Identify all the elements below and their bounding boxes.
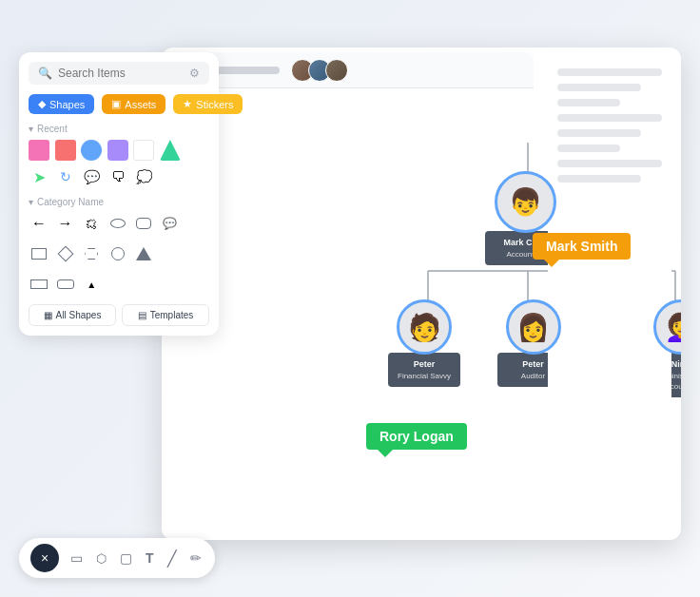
speech-rect-shape[interactable]: 🗨: [107, 166, 128, 187]
avatar-peter-left: 🧑: [397, 299, 452, 355]
category-section-label: ▾ Category Name: [29, 197, 209, 207]
avatar-peter-center: 👩: [506, 299, 561, 355]
rectangle-tool[interactable]: ▭: [68, 549, 85, 568]
chat-bubble[interactable]: 💬: [160, 213, 181, 234]
search-input[interactable]: [58, 67, 184, 80]
close-button[interactable]: ×: [30, 544, 59, 572]
avatar-mark-chen: 👦: [495, 171, 556, 233]
node-peter-left[interactable]: 🧑 Peter Financial Savvy: [388, 299, 460, 387]
color-squares-row: [29, 140, 209, 161]
prop-line-8: [557, 175, 641, 183]
face-peter-left: 🧑: [399, 302, 449, 352]
color-empty: [185, 140, 206, 161]
arrow-right-shape[interactable]: ➤: [29, 166, 49, 187]
all-shapes-icon: ▦: [44, 310, 52, 320]
prop-line-1: [557, 68, 662, 76]
circle-tool[interactable]: ⬡: [94, 549, 108, 568]
avatar-3: [325, 59, 348, 82]
rounded-rect-tool[interactable]: ▢: [118, 549, 134, 568]
tab-shapes[interactable]: ◆ Shapes: [29, 94, 94, 114]
card-peter-left: Peter Financial Savvy: [388, 353, 460, 387]
chat-shape[interactable]: 💭: [133, 166, 154, 187]
pen-tool[interactable]: ✏: [188, 549, 204, 568]
tab-stickers[interactable]: ★ Stickers: [173, 94, 243, 114]
prop-line-4: [557, 114, 662, 122]
circle-shape[interactable]: [107, 243, 128, 264]
tab-assets[interactable]: ▣ Assets: [102, 94, 165, 114]
color-red[interactable]: [55, 140, 76, 161]
all-shapes-button[interactable]: ▦ All Shapes: [29, 304, 116, 326]
rect-rounded[interactable]: [133, 213, 154, 234]
assets-tab-icon: ▣: [111, 98, 121, 110]
shape-green-triangle[interactable]: [160, 140, 181, 161]
speech-shape1[interactable]: 🗯: [81, 213, 102, 234]
color-pink[interactable]: [29, 140, 49, 161]
shapes-tab-icon: ◆: [38, 98, 46, 110]
face-nina: 👩‍🦱: [656, 302, 682, 352]
rect2-shape[interactable]: [29, 274, 49, 295]
oval-shape[interactable]: [107, 213, 128, 234]
prop-line-6: [557, 144, 620, 152]
tooltip-rory-logan: Rory Logan: [366, 423, 467, 450]
left-panel: 🔍 ⚙ ◆ Shapes ▣ Assets ★ Stickers ▾ Recen…: [19, 52, 219, 336]
arrow-shapes-row: ➤ ↻ 💬 🗨 💭: [29, 166, 209, 187]
avatar-group: [291, 59, 348, 82]
up-icon[interactable]: ▲: [81, 274, 102, 295]
right-properties-panel: [548, 57, 671, 530]
diamond-shape[interactable]: [55, 243, 76, 264]
rect-shape[interactable]: [29, 243, 49, 264]
arrow-right-shape2[interactable]: →: [55, 213, 76, 234]
assets-tab-label: Assets: [125, 99, 156, 110]
templates-button[interactable]: ▤ Templates: [122, 304, 209, 326]
arrow-circle-shape[interactable]: ↻: [55, 166, 76, 187]
search-bar: 🔍 ⚙: [29, 62, 209, 85]
main-container: 🔍 ⚙ ◆ Shapes ▣ Assets ★ Stickers ▾ Recen…: [0, 0, 700, 597]
shape-grid-row3: ▲: [29, 274, 209, 295]
bottom-toolbar: × ▭ ⬡ ▢ T ╱ ✏: [19, 538, 215, 578]
face-mark-chen: 👦: [497, 174, 554, 230]
arrow-left-shape[interactable]: ←: [29, 213, 49, 234]
prop-line-5: [557, 129, 641, 137]
shapes-tab-label: Shapes: [49, 99, 85, 110]
face-peter-center: 👩: [509, 302, 558, 352]
prop-line-2: [557, 84, 641, 91]
hexagon-shape[interactable]: [81, 243, 102, 264]
shape-grid-row1: ← → 🗯 💬: [29, 213, 209, 234]
shape-grid-row2: [29, 243, 209, 264]
settings-icon[interactable]: ⚙: [189, 67, 200, 80]
tab-bar: ◆ Shapes ▣ Assets ★ Stickers: [29, 94, 209, 114]
color-purple-rounded[interactable]: [107, 140, 128, 161]
recent-section-label: ▾ Recent: [29, 124, 209, 134]
triangle-shape[interactable]: [133, 243, 154, 264]
prop-line-7: [557, 160, 662, 167]
prop-line-3: [557, 99, 620, 106]
canvas-top-bar: [171, 52, 534, 88]
search-icon: 🔍: [38, 67, 52, 80]
text-tool[interactable]: T: [144, 549, 156, 568]
tooltip-mark-smith: Mark Smith: [533, 233, 631, 260]
stickers-tab-label: Stickers: [196, 99, 233, 110]
color-blue-circle[interactable]: [81, 140, 102, 161]
line-tool[interactable]: ╱: [165, 548, 179, 569]
panel-footer: ▦ All Shapes ▤ Templates: [29, 304, 209, 326]
rounded2-shape[interactable]: [55, 274, 76, 295]
speech-bubble-shape[interactable]: 💬: [81, 166, 102, 187]
color-white[interactable]: [133, 140, 154, 161]
stickers-tab-icon: ★: [183, 98, 192, 110]
templates-icon: ▤: [138, 310, 146, 320]
